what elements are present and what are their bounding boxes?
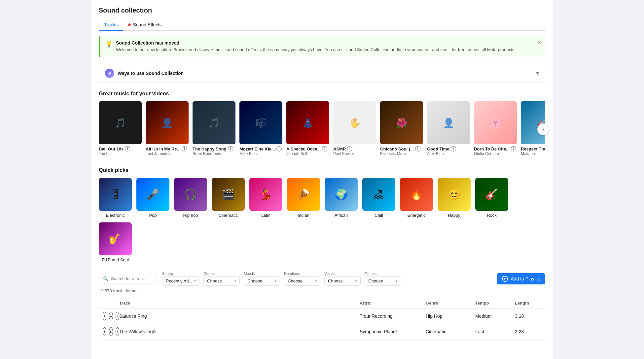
track-row-name: Saturn's Ring [119, 313, 360, 319]
track-thumb-inner: 🎵 [193, 101, 235, 144]
track-name: Born To Be Cha...i [474, 146, 517, 151]
durations-filter: Durations Choose ▾ [284, 272, 320, 286]
featured-track-card[interactable]: 🎼Mozart Eine Kle...iMike Block [239, 101, 282, 156]
track-name: Respect The Lo...i [521, 146, 545, 151]
featured-track-card[interactable]: 🖐ASMRiPaul Fowler [333, 101, 376, 156]
track-info-icon[interactable]: i [347, 146, 352, 151]
sort-by-select[interactable]: Recently Ad... ▾ [162, 276, 199, 286]
genre-card[interactable]: 🌍African [325, 178, 358, 218]
track-thumb-inner: 🎼 [239, 101, 282, 144]
play-icon[interactable]: ▶ [109, 327, 113, 336]
track-info-icon[interactable]: i [182, 146, 187, 151]
featured-track-card[interactable]: 👤Good TimeiAlex Blue [427, 101, 470, 156]
track-row-artist: Symphonic Planet [360, 329, 426, 334]
table-row[interactable]: ⬇▶iThe Willow's FightSymphonic PlanetCin… [99, 324, 545, 340]
genre-card[interactable]: 🏖Chill [362, 178, 395, 218]
genre-label: Happy [438, 213, 471, 218]
genre-thumb: 🏖 [362, 178, 395, 211]
page-title: Sound collection [99, 7, 545, 14]
track-thumb: 👤 [146, 101, 189, 144]
genre-card[interactable]: 🎤Pop [136, 178, 169, 218]
quick-picks-grid: 🎛Electronic🎤Pop🎧Hip hop🎬Cinematic💃Latin🪘… [99, 178, 545, 262]
durations-chevron-icon: ▾ [315, 279, 317, 283]
track-thumb: 🎼 [239, 101, 282, 144]
track-name: All Up In My Re...i [146, 146, 189, 151]
download-icon[interactable]: ⬇ [103, 327, 106, 336]
track-info-icon[interactable]: i [511, 146, 516, 151]
track-artist: Alex Blue [427, 151, 470, 156]
genre-label: Rock [475, 213, 508, 218]
track-thumb: 🎵 [193, 101, 235, 144]
genre-card[interactable]: 🎸Rock [475, 178, 508, 218]
track-thumb: 🖐 [333, 101, 376, 144]
track-info-icon[interactable]: i [451, 146, 456, 151]
track-artist: Jumbo [99, 151, 142, 156]
genre-card[interactable]: 😊Happy [438, 178, 471, 218]
genres-label: Genres [203, 272, 240, 276]
column-artist: Artist [360, 301, 426, 306]
track-info-icon[interactable]: i [125, 146, 130, 151]
featured-track-card[interactable]: 🌸Born To Be Cha...iGiulio Cercato [474, 101, 517, 156]
genre-card[interactable]: 🎛Electronic [99, 178, 132, 218]
featured-section: Great music for your videos 🎵Ball Out 10… [99, 91, 545, 157]
featured-track-card[interactable]: 🌺Chicano Soul (...iEcklectic Music [380, 101, 423, 156]
featured-track-card[interactable]: 🎵The Happy SongiBrent Bourgeois [193, 101, 235, 156]
genres-value: Choose [207, 278, 222, 283]
tab-tracks[interactable]: Tracks [99, 19, 123, 31]
track-name: Chicano Soul (...i [380, 146, 423, 151]
genre-thumb: 🎬 [212, 178, 245, 211]
durations-select[interactable]: Choose ▾ [284, 276, 320, 286]
track-row-tempo: Fast [475, 329, 515, 334]
tab-sound-effects[interactable]: Sound Effects [123, 19, 167, 31]
column-tempo: Tempo [475, 301, 515, 306]
download-icon[interactable]: ⬇ [103, 312, 106, 320]
table-row[interactable]: ⬇▶iSaturn's RingTrout RecordingHip HopMe… [99, 309, 545, 324]
vocals-select[interactable]: Choose ▾ [324, 276, 361, 286]
featured-tracks-next-arrow[interactable]: › [537, 123, 549, 135]
genres-select[interactable]: Choose ▾ [203, 276, 240, 286]
genre-label: Pop [136, 213, 169, 218]
notification-close-button[interactable]: × [538, 40, 541, 46]
featured-track-card[interactable]: 🎵Ball Out 10siJumbo [99, 101, 142, 156]
genre-card[interactable]: 🎷R&B and Soul [99, 222, 132, 262]
track-row-genre: Cinematic [426, 329, 475, 334]
featured-track-card[interactable]: 👤All Up In My Re...iLast Jerónimo [146, 101, 189, 156]
track-name: Good Timei [427, 146, 470, 151]
track-name: A Special Occa...i [286, 146, 329, 151]
genre-card[interactable]: 🔥Energetic [400, 178, 433, 218]
genre-thumb: 🎸 [475, 178, 508, 211]
add-playlist-play-icon: ▶ [502, 276, 508, 282]
genre-thumb: 🎷 [99, 222, 132, 255]
search-icon: 🔍 [103, 276, 108, 281]
track-name: Mozart Eine Kle...i [239, 146, 282, 151]
tempos-select[interactable]: Choose ▾ [365, 276, 401, 286]
track-row-genre: Hip Hop [426, 313, 475, 319]
add-to-playlist-button[interactable]: ▶ Add to Playlist [497, 273, 545, 284]
sort-by-value: Recently Ad... [166, 278, 192, 283]
search-box[interactable]: 🔍 [99, 274, 158, 283]
genre-card[interactable]: 🪘Indian [287, 178, 320, 218]
tab-sound-effects-label: Sound Effects [133, 22, 161, 27]
moods-label: Moods [244, 272, 280, 276]
info-icon[interactable]: i [116, 312, 119, 320]
track-info-icon[interactable]: i [276, 146, 282, 151]
genre-label: African [325, 213, 358, 218]
genre-card[interactable]: 🎧Hip hop [174, 178, 207, 218]
moods-select[interactable]: Choose ▾ [244, 276, 280, 286]
track-artist: Ecklectic Music [380, 151, 423, 156]
genre-thumb: 🎧 [174, 178, 207, 211]
track-thumb: 🎸 [521, 101, 545, 144]
track-info-icon[interactable]: i [415, 146, 420, 151]
tab-tracks-label: Tracks [104, 22, 118, 27]
track-thumb-inner: 🎸 [521, 101, 545, 144]
featured-track-card[interactable]: 👗A Special Occa...iJennah Bell [286, 101, 329, 156]
track-info-icon[interactable]: i [228, 146, 233, 151]
genre-card[interactable]: 💃Latin [249, 178, 282, 218]
track-name: The Happy Songi [193, 146, 235, 151]
track-info-icon[interactable]: i [322, 146, 327, 151]
search-input[interactable] [111, 276, 154, 281]
info-icon[interactable]: i [116, 327, 119, 336]
genre-card[interactable]: 🎬Cinematic [212, 178, 245, 218]
ways-section[interactable]: ⊕ Ways to use Sound Collection ▾ [99, 64, 545, 83]
play-icon[interactable]: ▶ [109, 312, 113, 320]
